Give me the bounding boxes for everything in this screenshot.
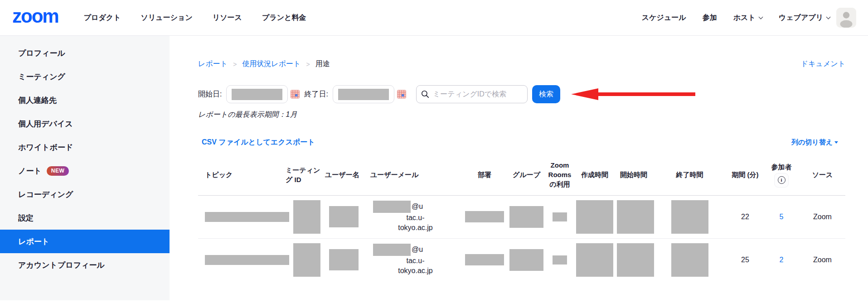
redacted-user-name — [329, 249, 359, 270]
redacted-email-local — [373, 201, 411, 213]
report-content: レポート > 使用状況レポート > 用途 ドキュメント 開始日: 終了日: — [170, 36, 868, 303]
redacted-user-name — [329, 206, 359, 227]
red-arrow-annotation — [570, 87, 696, 101]
redacted-email-local — [373, 244, 411, 256]
source-cell: Zoom — [800, 195, 845, 238]
table-header-row: トピック ミーティング ID ユーザー名 ユーザーメール 部署 グループ Zoo… — [198, 154, 845, 195]
sidebar-item-recordings[interactable]: レコーディング — [0, 183, 170, 206]
nav-webapp-dropdown[interactable]: ウェブアプリ — [779, 13, 830, 23]
top-nav: zoom プロダクト ソリューション リソース プランと料金 スケジュール 参加… — [0, 0, 868, 36]
person-silhouette-icon — [836, 8, 856, 28]
col-create-time: 作成時間 — [574, 154, 615, 195]
breadcrumb-current: 用途 — [315, 59, 330, 69]
breadcrumb-usage-reports[interactable]: 使用状況レポート — [242, 59, 301, 69]
user-email-cell: @u tac.u- tokyo.ac.jp — [369, 238, 461, 281]
col-end-time: 終了時間 — [652, 154, 727, 195]
nav-schedule[interactable]: スケジュール — [642, 13, 686, 23]
table-row: @u tac.u- tokyo.ac.jp 25 2 Zoom — [198, 238, 845, 281]
participants-count-link[interactable]: 2 — [780, 256, 784, 264]
breadcrumb: レポート > 使用状況レポート > 用途 — [198, 59, 330, 69]
redacted-create-time — [576, 200, 613, 234]
nav-host-dropdown[interactable]: ホスト — [733, 13, 762, 23]
sidebar-item-settings[interactable]: 設定 — [0, 206, 170, 230]
nav-products[interactable]: プロダクト — [84, 13, 121, 23]
col-start-time: 開始時間 — [615, 154, 652, 195]
nav-resources[interactable]: リソース — [213, 13, 242, 23]
toggle-columns-link[interactable]: 列の切り替え — [791, 138, 838, 147]
redacted-start-time — [617, 200, 654, 234]
nav-join[interactable]: 参加 — [703, 13, 717, 23]
col-duration-min: 期間 (分) — [727, 154, 763, 195]
sidebar-item-personal-devices[interactable]: 個人用デバイス — [0, 112, 170, 135]
report-filters: 開始日: 終了日: — [198, 85, 845, 103]
search-icon — [421, 90, 429, 98]
account-nav: スケジュール 参加 ホスト ウェブアプリ — [642, 13, 830, 23]
calendar-icon[interactable] — [291, 90, 300, 99]
max-period-note: レポートの最長表示期間：1月 — [198, 110, 845, 120]
sidebar-item-personal-contacts[interactable]: 個人連絡先 — [0, 88, 170, 112]
redacted-topic — [205, 212, 289, 222]
table-row: @u tac.u- tokyo.ac.jp 22 5 Zoom — [198, 195, 845, 238]
sidebar-item-profile[interactable]: プロフィール — [0, 41, 170, 65]
chevron-down-icon — [826, 14, 831, 19]
user-avatar[interactable] — [836, 8, 856, 28]
redacted-department — [465, 211, 504, 222]
sidebar-item-account-profile[interactable]: アカウントプロフィール — [0, 253, 170, 277]
usage-report-table: トピック ミーティング ID ユーザー名 ユーザーメール 部署 グループ Zoo… — [198, 154, 845, 281]
sidebar: プロフィール ミーティング 個人連絡先 個人用デバイス ホワイトボード ノートN… — [0, 36, 170, 300]
nav-plans-pricing[interactable]: プランと料金 — [262, 13, 306, 23]
sidebar-item-reports[interactable]: レポート — [0, 230, 170, 253]
export-csv-link[interactable]: CSV ファイルとしてエクスポート — [202, 138, 315, 147]
end-date-label: 終了日: — [304, 90, 328, 99]
redacted-end-time — [671, 200, 708, 234]
breadcrumb-separator: > — [233, 61, 237, 68]
documentation-link[interactable]: ドキュメント — [801, 59, 845, 69]
redacted-zoom-rooms — [553, 212, 567, 221]
col-department: 部署 — [461, 154, 508, 195]
col-group: グループ — [508, 154, 545, 195]
triangle-down-icon — [834, 141, 838, 144]
end-date-input[interactable] — [333, 85, 394, 103]
participants-count-link[interactable]: 5 — [780, 213, 784, 221]
redacted-end-time — [671, 243, 708, 277]
redacted-create-time — [576, 243, 613, 277]
redacted-start-date — [232, 89, 282, 100]
col-participants: 参加者 — [763, 154, 800, 195]
redacted-start-time — [617, 243, 654, 277]
sidebar-item-notes[interactable]: ノートNEW — [0, 159, 170, 183]
meeting-id-search-input[interactable] — [433, 90, 523, 98]
info-icon — [778, 176, 786, 184]
redacted-meeting-id — [293, 200, 320, 234]
col-zoom-rooms: Zoom Roomsの利用 — [545, 154, 574, 195]
calendar-icon[interactable] — [397, 90, 406, 99]
participants-info-button[interactable] — [774, 173, 789, 188]
redacted-meeting-id — [293, 243, 320, 277]
col-meeting-id: ミーティング ID — [285, 154, 324, 195]
main-nav: プロダクト ソリューション リソース プランと料金 — [84, 13, 306, 23]
col-topic: トピック — [198, 154, 285, 195]
redacted-end-date — [338, 89, 389, 100]
duration-cell: 25 — [727, 238, 763, 281]
duration-cell: 22 — [727, 195, 763, 238]
sidebar-item-whiteboard[interactable]: ホワイトボード — [0, 135, 170, 159]
col-source: ソース — [800, 154, 845, 195]
meeting-id-search-box — [416, 85, 528, 103]
chevron-down-icon — [758, 14, 763, 19]
start-date-label: 開始日: — [198, 90, 222, 99]
nav-solutions[interactable]: ソリューション — [141, 13, 193, 23]
search-button[interactable]: 検索 — [532, 85, 560, 103]
source-cell: Zoom — [800, 238, 845, 281]
start-date-input[interactable] — [226, 85, 288, 103]
redacted-group — [509, 206, 543, 228]
new-badge: NEW — [47, 166, 69, 176]
sidebar-item-meetings[interactable]: ミーティング — [0, 65, 170, 88]
breadcrumb-separator: > — [306, 61, 310, 68]
zoom-logo[interactable]: zoom — [12, 7, 58, 29]
redacted-zoom-rooms — [553, 255, 567, 265]
col-user-email: ユーザーメール — [369, 154, 461, 195]
breadcrumb-reports[interactable]: レポート — [198, 59, 228, 69]
redacted-group — [509, 249, 543, 271]
user-email-cell: @u tac.u- tokyo.ac.jp — [369, 195, 461, 238]
col-user-name: ユーザー名 — [324, 154, 369, 195]
redacted-topic — [205, 255, 289, 265]
